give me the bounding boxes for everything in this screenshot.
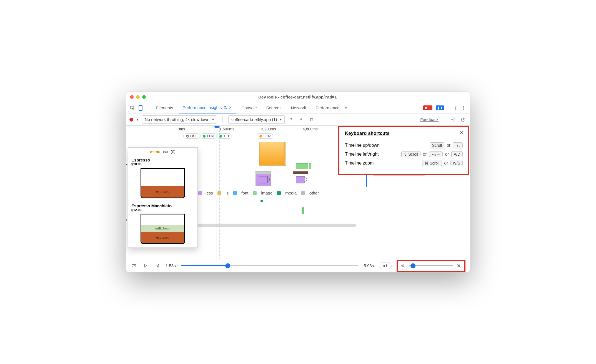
settings-gear-icon[interactable] [452, 105, 459, 111]
shortcut-label: Timeline left/right [345, 152, 379, 157]
tab-elements[interactable]: Elements [152, 102, 177, 113]
panel-settings-gear-icon[interactable] [450, 116, 457, 123]
tab-console[interactable]: Console [237, 102, 261, 113]
playback-total-time: 5.93s [364, 263, 374, 268]
zoom-slider[interactable] [409, 265, 453, 266]
record-menu-chevron-icon[interactable]: ▾ [137, 118, 138, 122]
no-screenshot-icon[interactable] [131, 262, 137, 269]
marker-dcl[interactable]: DCL [183, 133, 200, 139]
playback-speed[interactable]: x1 [379, 262, 392, 269]
screenshot-thumb[interactable] [256, 171, 271, 186]
window-titlebar: DevTools - coffee-cart.netlify.app/?ad=1 [126, 92, 470, 102]
minimize-window-icon[interactable] [136, 95, 140, 99]
shortcut-label: Timeline up/down [345, 143, 380, 148]
more-tabs-icon[interactable]: » [345, 105, 347, 110]
tab-network[interactable]: Network [287, 102, 310, 113]
window-title: DevTools - coffee-cart.netlify.app/?ad=1 [146, 95, 449, 99]
kebab-menu-icon[interactable] [460, 105, 467, 111]
playback-bar: 1.53s 5.93s x1 [126, 259, 470, 272]
keyboard-shortcuts-popup: ✕ Keyboard shortcuts Timeline up/down Sc… [338, 126, 469, 175]
time-ruler: 0ms 1,600ms 3,200ms 4,800ms [126, 126, 359, 133]
shortcut-label: Timeline zoom [345, 161, 374, 166]
issue-count-badge[interactable]: ▮ 1 [436, 105, 444, 110]
inspect-icon[interactable] [129, 105, 136, 111]
timeline-panel[interactable]: 0ms 1,600ms 3,200ms 4,800ms DCL FCP TTI … [126, 126, 359, 259]
rewind-start-icon[interactable] [154, 262, 161, 269]
svg-point-3 [464, 107, 464, 108]
panel-tabs: Elements Performance insights ⚗ ✕ Consol… [126, 102, 470, 113]
error-count-badge[interactable]: ⊗ 1 [423, 105, 432, 110]
marker-lcp[interactable]: LCP [257, 133, 273, 139]
playback-slider[interactable] [181, 265, 359, 266]
preview-tab-menu: menu [150, 150, 160, 154]
tab-sources[interactable]: Sources [262, 102, 285, 113]
delete-icon[interactable] [308, 116, 315, 123]
insights-toolbar: ▾ No network throttling, 4× slowdown▾ co… [126, 113, 470, 126]
import-icon[interactable] [298, 116, 305, 123]
tab-performance[interactable]: Performance [312, 102, 344, 113]
close-tab-icon[interactable]: ✕ [229, 105, 232, 110]
screenshot-thumb[interactable] [293, 171, 308, 186]
flask-icon: ⚗ [223, 105, 227, 110]
feedback-link[interactable]: Feedback [420, 117, 439, 122]
ruler-tick: 3,200ms [261, 127, 276, 131]
timing-markers: DCL FCP TTI LCP [126, 133, 359, 140]
marker-fcp[interactable]: FCP [200, 133, 217, 139]
device-toggle-icon[interactable] [137, 105, 144, 111]
record-icon[interactable] [129, 118, 133, 122]
recording-select[interactable]: coffee-cart.netlify.app (1)▾ [228, 115, 285, 124]
zoom-in-icon[interactable] [455, 262, 462, 269]
maximize-window-icon[interactable] [142, 95, 146, 99]
ruler-tick: 0ms [178, 127, 185, 131]
devtools-window: DevTools - coffee-cart.netlify.app/?ad=1… [126, 92, 470, 272]
ruler-tick: 4,800ms [303, 127, 318, 131]
close-icon[interactable]: ✕ [460, 130, 464, 136]
shortcuts-title: Keyboard shortcuts [345, 131, 463, 136]
help-icon[interactable] [460, 116, 467, 123]
export-icon[interactable] [288, 116, 295, 123]
svg-point-4 [464, 109, 464, 110]
svg-point-5 [453, 119, 454, 120]
svg-point-2 [464, 106, 464, 107]
marker-tti[interactable]: TTI [217, 133, 232, 139]
svg-point-1 [455, 107, 456, 108]
playback-current-time: 1.53s [166, 263, 176, 268]
zoom-controls [397, 260, 465, 272]
tab-performance-insights[interactable]: Performance insights ⚗ ✕ [179, 103, 236, 113]
preview-tab-cart: cart (0) [163, 150, 176, 154]
ruler-tick: 1,600ms [219, 127, 234, 131]
throttling-select[interactable]: No network throttling, 4× slowdown▾ [142, 115, 217, 124]
close-window-icon[interactable] [130, 95, 134, 99]
zoom-out-icon[interactable] [400, 262, 407, 269]
play-icon[interactable] [142, 262, 149, 269]
screenshot-preview: menu cart (0) Espresso $10.00 espresso E… [128, 147, 198, 248]
